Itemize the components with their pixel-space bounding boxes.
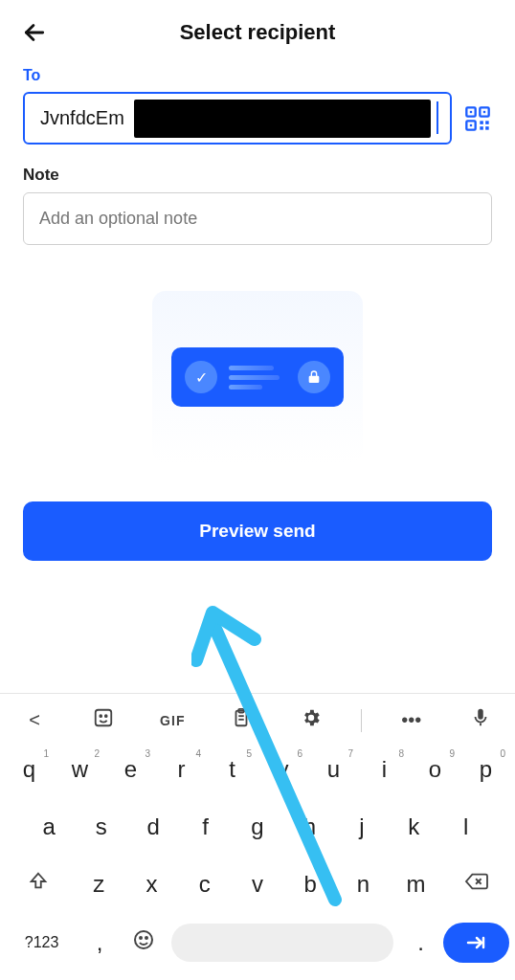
key-r[interactable]: r4 [156,746,207,792]
key-i[interactable]: i8 [359,746,410,792]
more-key[interactable]: ••• [392,709,431,731]
key-o[interactable]: o9 [410,746,460,792]
enter-icon [464,931,487,954]
backspace-key[interactable] [442,861,511,907]
key-k[interactable]: k [388,804,439,850]
gear-icon [301,707,322,728]
header: Select recipient [0,0,515,61]
svg-point-22 [140,937,142,939]
illustration: ✓ [23,291,492,463]
text-cursor [437,101,438,134]
symbols-key[interactable]: ?123 [6,924,78,961]
mic-icon [470,707,491,728]
redacted-block [134,100,431,138]
key-h[interactable]: h [283,804,335,850]
key-y[interactable]: y6 [258,746,308,792]
key-q[interactable]: q1 [4,746,55,792]
keyboard-toolbar: < GIF ••• [0,700,515,741]
emoji-icon [132,928,155,951]
qr-scan-button[interactable] [463,104,492,133]
svg-rect-4 [470,110,472,112]
sticker-key[interactable] [84,707,123,733]
clipboard-key[interactable] [222,707,260,733]
to-label: To [23,67,492,84]
svg-rect-5 [483,110,485,112]
page-title: Select recipient [17,20,498,45]
preview-send-button[interactable]: Preview send [23,501,492,561]
key-v[interactable]: v [231,861,283,907]
key-p[interactable]: p0 [460,746,511,792]
collapse-key[interactable]: < [15,709,54,731]
key-j[interactable]: j [336,804,388,850]
toolbar-separator [361,709,362,732]
key-e[interactable]: e3 [105,746,156,792]
key-d[interactable]: d [127,804,179,850]
qr-icon [464,105,491,132]
key-m[interactable]: m [390,861,442,907]
key-a[interactable]: a [23,804,75,850]
shift-icon [28,871,49,892]
settings-key[interactable] [292,707,330,733]
emoji-key[interactable] [122,919,166,967]
key-f[interactable]: f [179,804,231,850]
svg-rect-10 [485,126,489,130]
backspace-icon [464,871,489,892]
svg-rect-18 [480,724,481,726]
key-n[interactable]: n [337,861,390,907]
key-z[interactable]: z [73,861,125,907]
svg-rect-11 [96,710,112,726]
svg-point-12 [100,715,101,717]
key-t[interactable]: t5 [207,746,258,792]
shift-key[interactable] [4,861,73,907]
lock-icon [298,361,330,393]
spacebar-key[interactable] [171,924,392,962]
soft-keyboard: < GIF ••• q1w2e3r4t5y6u7i8o9p0 asdfghjkl… [0,693,515,980]
key-x[interactable]: x [125,861,178,907]
key-w[interactable]: w2 [55,746,105,792]
comma-key[interactable]: , [78,920,122,966]
key-b[interactable]: b [284,861,337,907]
mic-key[interactable] [461,707,500,733]
svg-point-23 [146,937,147,939]
svg-rect-9 [480,126,483,130]
key-u[interactable]: u7 [308,746,359,792]
note-label: Note [23,166,492,185]
svg-rect-8 [485,121,489,123]
period-key[interactable]: . [399,920,443,966]
note-input[interactable] [23,192,492,245]
key-s[interactable]: s [75,804,126,850]
check-icon: ✓ [185,361,217,393]
key-c[interactable]: c [178,861,231,907]
sticker-icon [93,707,114,728]
svg-rect-6 [470,123,472,125]
key-l[interactable]: l [440,804,492,850]
svg-point-21 [135,931,152,948]
svg-point-13 [105,715,107,717]
enter-key[interactable] [443,923,509,963]
gif-key[interactable]: GIF [153,713,191,728]
key-g[interactable]: g [232,804,283,850]
svg-rect-7 [480,121,483,123]
clipboard-icon [231,707,252,728]
